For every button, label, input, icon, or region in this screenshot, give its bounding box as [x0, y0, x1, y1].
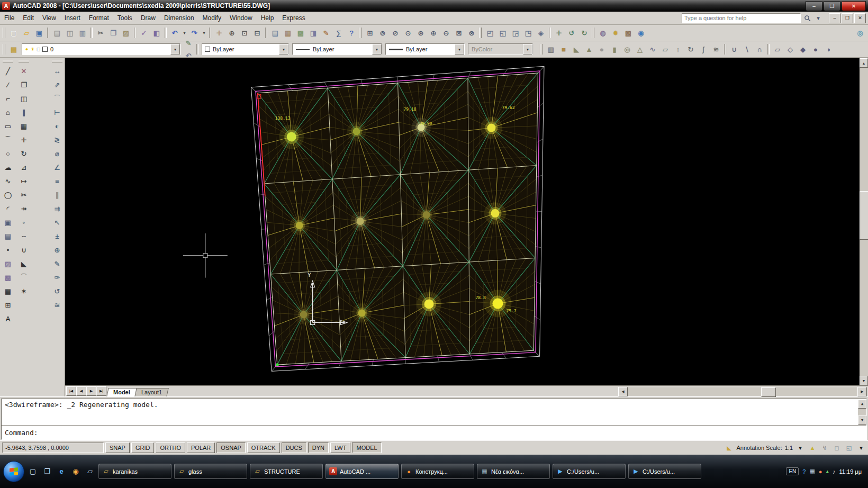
command-scrollbar[interactable]: ▲ ▼ — [858, 399, 866, 425]
conceptual-icon[interactable]: ◑ — [822, 43, 835, 56]
quick-launch-folder-icon[interactable]: ▱ — [84, 466, 96, 477]
pyramid-icon[interactable]: △ — [634, 43, 646, 56]
command-history[interactable]: <3dwireframe>: _2 Regenerating model. ▲ … — [2, 399, 866, 425]
dimension-update-icon[interactable]: ↺ — [50, 284, 64, 298]
dimension-edit-icon[interactable]: ✎ — [50, 257, 64, 270]
tolerance-icon[interactable]: ± — [50, 229, 64, 243]
union-icon[interactable]: ∪ — [728, 43, 740, 56]
sweep-icon[interactable]: ∫ — [697, 43, 710, 56]
color-dropdown[interactable]: ByLayer ▼ — [202, 43, 289, 55]
language-indicator[interactable]: EN — [786, 467, 799, 475]
world-ucs-icon[interactable]: ◉ — [635, 26, 647, 39]
zoom-center-icon[interactable]: ⊙ — [402, 26, 414, 39]
auto-annotation-icon[interactable]: ↯ — [820, 443, 829, 453]
toolbar-grip[interactable] — [19, 60, 29, 62]
command-input[interactable]: Command: — [2, 425, 866, 439]
copy-icon[interactable]: ❐ — [107, 26, 120, 39]
spline-icon[interactable]: ∿ — [1, 174, 15, 188]
toolbar-grip[interactable] — [479, 28, 482, 38]
move-icon[interactable]: ✛ — [17, 133, 31, 147]
quick-dimension-icon[interactable]: ≡ — [50, 174, 64, 188]
lights-icon[interactable]: ✹ — [609, 26, 622, 39]
help-icon[interactable]: ? — [345, 26, 358, 39]
toolbar-grip[interactable] — [3, 28, 5, 38]
layer-properties-manager-icon[interactable]: ▤ — [7, 43, 20, 56]
make-block-icon[interactable]: ▤ — [1, 229, 15, 243]
open-icon[interactable]: ▱ — [20, 26, 33, 39]
menu-edit[interactable]: Edit — [19, 12, 38, 24]
tray-network-icon[interactable]: ▴ — [826, 468, 829, 475]
scroll-up-icon[interactable]: ▲ — [860, 58, 868, 68]
view-top-icon[interactable]: ◰ — [484, 26, 496, 39]
toggle-ducs[interactable]: DUCS — [282, 442, 306, 453]
zoom-in-icon[interactable]: ⊕ — [427, 26, 440, 39]
vscroll-thumb[interactable] — [860, 191, 868, 240]
realistic-icon[interactable]: ● — [809, 43, 822, 56]
aligned-dimension-icon[interactable]: ⇗ — [50, 78, 64, 92]
scroll-down-icon[interactable]: ▼ — [860, 376, 868, 385]
diameter-dimension-icon[interactable]: ⌀ — [50, 147, 64, 160]
toggle-osnap[interactable]: OSNAP — [216, 442, 246, 453]
menu-express[interactable]: Express — [278, 12, 309, 24]
trim-icon[interactable]: ✂ — [17, 188, 31, 202]
menu-view[interactable]: View — [38, 12, 60, 24]
qnew-icon[interactable]: ▢ — [7, 26, 20, 39]
mdi-restore-button[interactable]: ❐ — [842, 13, 853, 23]
make-objects-layer-current-icon[interactable]: ✎ — [182, 37, 195, 49]
toolbar-grip[interactable] — [540, 44, 542, 55]
taskbar-button-glass[interactable]: ▱glass — [174, 464, 247, 479]
internet-explorer-icon[interactable]: e — [56, 466, 67, 477]
menu-draw[interactable]: Draw — [137, 12, 160, 24]
dimension-text-edit-icon[interactable]: ✑ — [50, 270, 64, 284]
render-icon[interactable]: ◍ — [596, 26, 609, 39]
constrained-orbit-icon[interactable]: ↺ — [565, 26, 578, 39]
taskbar-button-structure[interactable]: ▱STRUCTURE — [250, 464, 323, 479]
markup-set-manager-icon[interactable]: ✎ — [320, 26, 332, 39]
table-icon[interactable]: ⊞ — [1, 298, 15, 312]
taskbar-button-c-users-u-[interactable]: ▶C:/Users/u... — [628, 464, 701, 479]
construction-line-icon[interactable]: ∕ — [1, 78, 15, 92]
save-icon[interactable]: ▣ — [33, 26, 46, 39]
toolbar-lock-icon[interactable]: ◻ — [832, 443, 842, 453]
tab-model[interactable]: Model — [106, 388, 137, 396]
named-views-icon[interactable]: ◈ — [535, 26, 547, 39]
radius-dimension-icon[interactable]: ◐ — [50, 119, 64, 133]
zoom-all-icon[interactable]: ⊠ — [453, 26, 465, 39]
quickcalc-icon[interactable]: ∑ — [332, 26, 345, 39]
tray-antivirus-icon[interactable]: ● — [819, 468, 822, 475]
help-search-input[interactable] — [682, 13, 801, 23]
color-dropdown-arrow[interactable]: ▼ — [279, 44, 288, 55]
break-icon[interactable]: ⌣ — [17, 229, 31, 243]
prev-tab-icon[interactable]: ◀ — [76, 386, 86, 396]
menu-modify[interactable]: Modify — [198, 12, 225, 24]
insert-block-icon[interactable]: ▣ — [1, 215, 15, 229]
cylinder-icon[interactable]: ▮ — [608, 43, 621, 56]
rectangle-icon[interactable]: ▭ — [1, 119, 15, 133]
center-mark-icon[interactable]: ⊕ — [50, 243, 64, 257]
command-scroll-up-icon[interactable]: ▲ — [858, 399, 866, 409]
ellipse-icon[interactable]: ◯ — [1, 188, 15, 202]
close-button[interactable]: ✕ — [842, 1, 866, 11]
toggle-polar[interactable]: POLAR — [187, 442, 215, 453]
lineweight-dropdown[interactable]: ByLayer ▼ — [385, 43, 465, 55]
linetype-dropdown[interactable]: ByLayer ▼ — [292, 43, 382, 55]
zoom-extents-icon[interactable]: ⊗ — [465, 26, 478, 39]
annotation-visibility-icon[interactable]: ▲ — [808, 443, 817, 453]
materials-icon[interactable]: ▩ — [622, 26, 635, 39]
gradient-icon[interactable]: ▩ — [1, 270, 15, 284]
hscroll-thumb[interactable] — [761, 387, 776, 397]
zoom-window-flyout-icon[interactable]: ⊞ — [364, 26, 376, 39]
scroll-left-icon[interactable]: ◀ — [618, 387, 628, 396]
fillet-icon[interactable]: ⌒ — [17, 270, 31, 284]
next-tab-icon[interactable]: ▶ — [86, 386, 96, 396]
arc-length-dimension-icon[interactable]: ⌒ — [50, 92, 64, 105]
lineweight-dropdown-arrow[interactable]: ▼ — [455, 44, 464, 55]
zoom-previous-icon[interactable]: ⊟ — [251, 26, 264, 39]
tray-volume-icon[interactable]: ♪ — [833, 468, 836, 475]
copy-object-icon[interactable]: ❐ — [17, 78, 31, 92]
point-icon[interactable]: • — [1, 243, 15, 257]
sphere-icon[interactable]: ● — [595, 43, 608, 56]
scroll-right-icon[interactable]: ▶ — [857, 387, 867, 396]
match-properties-icon[interactable]: ✓ — [138, 26, 150, 39]
menu-file[interactable]: File — [0, 12, 19, 24]
